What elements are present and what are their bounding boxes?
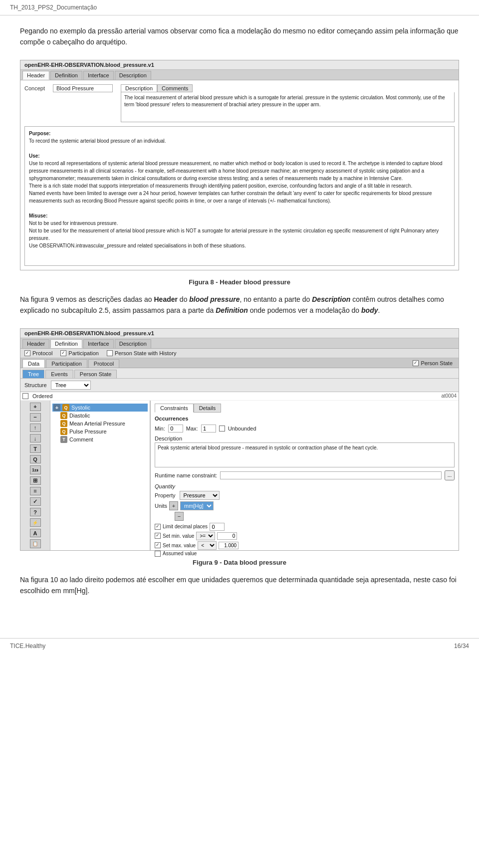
set-max-value-input[interactable] — [219, 542, 239, 549]
fig9-tab-protocol[interactable]: Protocol — [88, 359, 119, 368]
tool-coded[interactable]: 1₂₃ — [30, 465, 41, 474]
fig8-desc-box: Description Comments The local measureme… — [121, 84, 455, 122]
assumed-row: Assumed value — [155, 551, 455, 557]
fig8-inner: Concept Blood Pressure Description Comme… — [20, 80, 459, 270]
fig9-subtab-tree[interactable]: Tree — [22, 370, 44, 378]
tree-map-label: Mean Arterial Pressure — [69, 421, 125, 427]
fig9-subtab-events[interactable]: Events — [45, 370, 73, 378]
fig9-top-tabs: Header Definition Interface Description — [20, 338, 459, 349]
person-state-history-checkbox[interactable] — [107, 350, 113, 356]
tool-action[interactable]: ⚡ — [30, 518, 41, 527]
tool-up[interactable]: ↑ — [30, 424, 41, 432]
fig9-check-participation[interactable]: Participation — [60, 350, 99, 356]
protocol-checkbox[interactable] — [24, 350, 30, 356]
runtime-row: Runtime name constraint: ... — [155, 470, 455, 480]
tool-archetype[interactable]: A — [30, 529, 41, 537]
tool-text[interactable]: T — [30, 444, 41, 453]
tool-add[interactable]: + — [30, 403, 41, 411]
units-row: Units + mm[Hg] — [155, 501, 455, 510]
fig8-caption: Figura 8 - Header blood pressure — [20, 278, 459, 286]
fig9-tab-participation[interactable]: Participation — [46, 359, 87, 368]
set-min-op-select[interactable]: >= > — [196, 532, 215, 540]
fig9-tab-header[interactable]: Header — [22, 339, 49, 348]
concept-label: Concept — [24, 84, 45, 91]
tool-help[interactable]: ? — [30, 508, 41, 516]
tool-down[interactable]: ↓ — [30, 434, 41, 442]
fig8-tab-header[interactable]: Header — [22, 71, 49, 80]
body-text-2: Na figura 10 ao lado direito podemos até… — [20, 574, 459, 597]
tree-q-icon-map: Q — [60, 420, 67, 427]
fig8-tab-definition[interactable]: Definition — [50, 71, 82, 80]
fig9-tree-panel: + Q Systolic Q Diastolic Q Mean Arterial… — [50, 401, 150, 550]
fig9-tab-description[interactable]: Description — [115, 339, 151, 348]
desc-label: Description — [155, 435, 455, 441]
property-select[interactable]: Pressure — [180, 491, 220, 500]
fig8-desc-tab-comments[interactable]: Comments — [157, 84, 193, 92]
fig9-tab-interface[interactable]: Interface — [83, 339, 114, 348]
tree-item-pulse[interactable]: Q Pulse Pressure — [59, 428, 148, 435]
person-state-label: Person State — [421, 360, 453, 366]
footer-right: 16/34 — [454, 643, 469, 650]
fig9-subtab-person-state[interactable]: Person State — [74, 370, 117, 378]
header-title: TH_2013_PPS2_Documentação — [10, 4, 97, 11]
max-input[interactable] — [201, 425, 216, 433]
fig8-desc-text: The local measurement of arterial blood … — [121, 92, 455, 122]
ordered-checkbox[interactable] — [22, 393, 28, 399]
units-select[interactable]: mm[Hg] — [180, 501, 214, 510]
constraints-tab-details[interactable]: Details — [194, 404, 222, 413]
tool-cluster[interactable]: ⊞ — [30, 476, 41, 485]
page-footer: TICE.Healthy 16/34 — [0, 638, 479, 653]
fig8-tab-interface[interactable]: Interface — [83, 71, 114, 80]
participation-checkbox[interactable] — [60, 350, 66, 356]
protocol-label: Protocol — [32, 350, 52, 356]
tree-item-map[interactable]: Q Mean Arterial Pressure — [59, 420, 148, 428]
fig8-tabs-bar: Header Definition Interface Description — [20, 70, 459, 80]
runtime-input[interactable] — [220, 471, 442, 479]
set-max-label: Set max. value — [163, 543, 196, 548]
tool-remove[interactable]: − — [30, 413, 41, 422]
limit-input[interactable] — [210, 523, 225, 531]
runtime-browse-btn[interactable]: ... — [445, 470, 455, 480]
property-row: Property Pressure — [155, 491, 455, 500]
units-add-btn[interactable]: + — [169, 501, 178, 510]
participation-label: Participation — [68, 350, 99, 356]
min-input[interactable] — [168, 425, 183, 433]
set-max-row: Set max. value < <= — [155, 541, 455, 550]
person-state-checkbox[interactable] — [413, 360, 419, 366]
assumed-checkbox[interactable] — [155, 551, 161, 557]
fig8-desc-tab-desc[interactable]: Description — [121, 84, 157, 92]
runtime-label: Runtime name constraint: — [155, 472, 217, 478]
at-code: at0004 — [441, 393, 457, 399]
set-max-checkbox[interactable] — [155, 542, 161, 548]
fig9-tab-data[interactable]: Data — [22, 359, 45, 368]
occurrences-row: Occurrences — [155, 416, 455, 422]
constraints-tab-constraints[interactable]: Constraints — [155, 404, 194, 413]
set-min-checkbox[interactable] — [155, 533, 161, 539]
set-min-value-input[interactable] — [217, 532, 237, 540]
fig9-check-protocol[interactable]: Protocol — [24, 350, 52, 356]
unbounded-label: Unbounded — [228, 426, 256, 432]
occurrences-values-row: Min: Max: Unbounded — [155, 425, 455, 433]
units-remove-btn[interactable]: − — [175, 512, 184, 521]
tree-item-diastolic[interactable]: Q Diastolic — [59, 412, 148, 420]
intro-paragraph: Pegando no exemplo da pressão arterial v… — [20, 25, 459, 48]
tool-check[interactable]: ✓ — [30, 497, 41, 506]
unbounded-checkbox[interactable] — [219, 426, 225, 432]
figure-8-box: openEHR-EHR-OBSERVATION.blood_pressure.v… — [20, 60, 459, 270]
fig9-left-toolbar: + − ↑ ↓ T Q 1₂₃ ⊞ ≡ ✓ ? ⚡ A 📋 — [20, 401, 50, 550]
limit-checkbox[interactable] — [155, 524, 161, 530]
fig8-purpose-text: Purpose:To record the systemic arterial … — [29, 130, 450, 249]
units-label: Units — [155, 503, 167, 509]
ordered-label: Ordered — [32, 393, 52, 399]
fig8-tab-description[interactable]: Description — [115, 71, 151, 80]
tree-item-systolic[interactable]: + Q Systolic — [52, 404, 148, 412]
fig9-tab-definition[interactable]: Definition — [50, 339, 82, 348]
tool-quantity[interactable]: Q — [30, 455, 41, 463]
structure-select[interactable]: Tree — [51, 381, 91, 390]
tree-item-comment[interactable]: T Comment — [59, 435, 148, 443]
fig9-check-person-state[interactable]: Person State with History — [107, 350, 177, 356]
tool-list[interactable]: ≡ — [30, 487, 41, 495]
tool-copy[interactable]: 📋 — [30, 539, 41, 548]
person-state-history-label: Person State with History — [115, 350, 177, 356]
set-max-op-select[interactable]: < <= — [198, 541, 217, 550]
